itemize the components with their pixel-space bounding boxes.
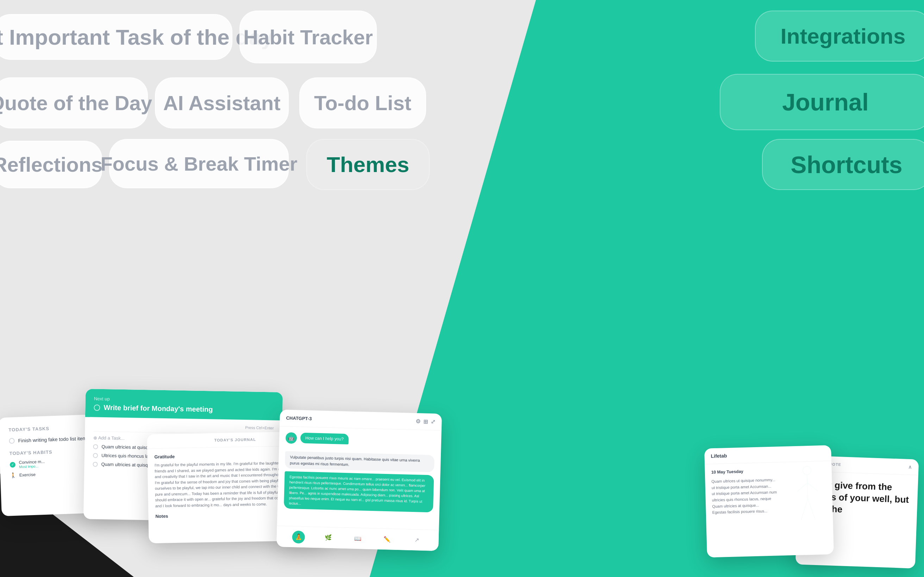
- chat-icons: ⚙ ⊞ ⤢: [415, 418, 435, 425]
- svg-line-3: [808, 482, 818, 492]
- nav-book-icon[interactable]: 📖: [351, 532, 364, 545]
- bottom-nav: 🧘 🌿 📖 ✏️ ↗: [276, 525, 439, 551]
- bot-message-1: Vulputate penatibus justo turpis nisi qu…: [285, 451, 435, 472]
- grid-icon[interactable]: ⊞: [423, 418, 428, 425]
- task-header: Next up Write brief for Monday's meeting: [85, 389, 283, 421]
- habit-checkbox-1[interactable]: ✓: [10, 462, 16, 467]
- expand-icon[interactable]: ⤢: [431, 418, 435, 425]
- card-calendar: Lifetab 10 May Tuesday Quam ultrices ut …: [704, 445, 834, 557]
- nav-pen-icon[interactable]: ✏️: [381, 533, 394, 546]
- chevron-up-icon[interactable]: ∧: [908, 464, 913, 470]
- main-task-title: Write brief for Monday's meeting: [94, 403, 274, 415]
- card-chat: CHATGPT-3 ⚙ ⊞ ⤢ 🤖 How can I help you? Vu…: [276, 409, 442, 551]
- svg-line-5: [808, 498, 816, 520]
- bot-message-2: Egestas facilisis posuere risus mauris a…: [284, 471, 434, 512]
- user-message: How can I help you?: [300, 433, 349, 445]
- next-up-label: Next up: [94, 396, 274, 405]
- chat-bot-row: 🤖 How can I help you?: [285, 432, 435, 451]
- press-hint: Press Ctrl+Enter: [93, 423, 274, 430]
- nav-person-icon[interactable]: 🧘: [292, 530, 305, 543]
- settings-icon[interactable]: ⚙: [415, 418, 420, 425]
- svg-point-0: [803, 466, 811, 475]
- svg-line-4: [801, 498, 809, 520]
- bot-avatar: 🤖: [286, 432, 297, 444]
- main-task-checkbox[interactable]: [94, 404, 100, 411]
- chat-body: 🤖 How can I help you? Vulputate penatibu…: [277, 426, 441, 518]
- anatomy-figure: [786, 463, 830, 536]
- nav-share-icon[interactable]: ↗: [410, 533, 423, 546]
- svg-line-2: [797, 483, 808, 492]
- svg-line-1: [807, 475, 808, 498]
- task-checkbox[interactable]: [9, 438, 15, 444]
- cards-layer: TODAY'S TASKS Finish writing fake todo l…: [0, 0, 924, 577]
- nav-leaf-icon[interactable]: 🌿: [321, 531, 334, 544]
